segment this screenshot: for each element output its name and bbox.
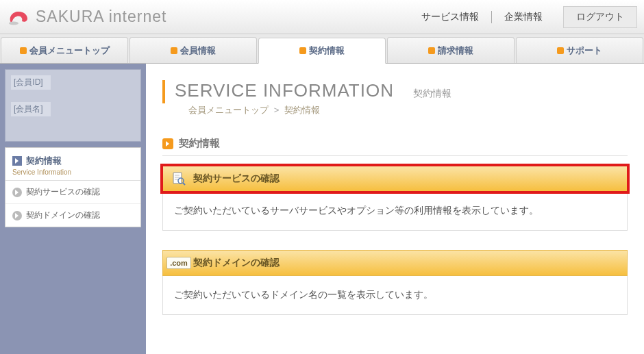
sidebar-item-label: 契約ドメインの確認 xyxy=(26,210,100,221)
breadcrumb: 会員メニュートップ > 契約情報 xyxy=(188,104,451,116)
sidebar: [会員ID] [会員名] 契約情報 Service Information 契約… xyxy=(0,64,146,354)
chevron-right-icon xyxy=(12,211,22,220)
card-header-contract-domain[interactable]: .com 契約ドメインの確認 xyxy=(162,250,628,276)
sidebar-item-contract-domain[interactable]: 契約ドメインの確認 xyxy=(5,204,140,227)
page-heading: SERVICE INFORMATION 契約情報 xyxy=(175,80,451,101)
card-body: ご契約いただいているサーバサービスやオプション等の利用情報を表示しています。 xyxy=(162,192,628,231)
tab-member-top[interactable]: 会員メニュートップ xyxy=(1,37,128,63)
member-name-label: [会員名] xyxy=(11,102,51,116)
main-tabs: 会員メニュートップ 会員情報 契約情報 請求情報 サポート xyxy=(0,34,644,64)
tab-label: 請求情報 xyxy=(438,45,473,57)
sidebar-item-label: 契約サービスの確認 xyxy=(26,186,100,198)
card-header-contract-service[interactable]: 契約サービスの確認 xyxy=(162,166,628,192)
brand-mark-icon xyxy=(7,8,30,27)
member-id-label: [会員ID] xyxy=(11,75,51,90)
sidebar-nav-header: 契約情報 Service Information xyxy=(5,148,140,181)
heading-accent-bar xyxy=(162,80,165,103)
tab-bullet-icon xyxy=(20,47,27,54)
logout-button[interactable]: ログアウト xyxy=(563,6,637,28)
chevron-right-icon xyxy=(12,188,22,197)
svg-line-6 xyxy=(183,183,185,185)
card-contract-service: 契約サービスの確認 ご契約いただいているサーバサービスやオプション等の利用情報を… xyxy=(162,166,628,231)
sidebar-item-contract-service[interactable]: 契約サービスの確認 xyxy=(5,181,140,204)
card-contract-domain: .com 契約ドメインの確認 ご契約いただいているドメイン名の一覧を表示していま… xyxy=(162,250,628,315)
card-body: ご契約いただいているドメイン名の一覧を表示しています。 xyxy=(162,276,628,315)
page-title-jp: 契約情報 xyxy=(413,88,451,100)
svg-point-0 xyxy=(9,21,18,25)
main-content: SERVICE INFORMATION 契約情報 会員メニュートップ > 契約情… xyxy=(146,64,644,354)
header-link-group: サービス情報 企業情報 xyxy=(409,11,555,23)
tab-billing-info[interactable]: 請求情報 xyxy=(387,37,515,63)
tab-bullet-icon xyxy=(299,47,306,54)
card-title: 契約サービスの確認 xyxy=(193,173,280,185)
account-box: [会員ID] [会員名] xyxy=(5,69,141,142)
section-title: 契約情報 xyxy=(179,137,220,150)
dotcom-badge-icon: .com xyxy=(171,255,186,270)
header-link-company[interactable]: 企業情報 xyxy=(492,11,555,23)
brand-logo[interactable]: SAKURA internet xyxy=(7,8,166,27)
arrow-right-icon xyxy=(162,138,173,149)
tab-label: サポート xyxy=(567,45,602,57)
breadcrumb-separator: > xyxy=(274,105,280,115)
card-title: 契約ドメインの確認 xyxy=(193,257,280,269)
page-title-en: SERVICE INFORMATION xyxy=(175,80,394,101)
section-contract: 契約情報 xyxy=(162,137,628,315)
document-search-icon xyxy=(171,171,186,186)
tab-bullet-icon xyxy=(428,47,435,54)
breadcrumb-current: 契約情報 xyxy=(284,105,320,115)
sidebar-nav: 契約情報 Service Information 契約サービスの確認 契約ドメイ… xyxy=(5,147,141,227)
sidebar-nav-subtitle: Service Information xyxy=(12,168,134,176)
tab-label: 契約情報 xyxy=(309,45,345,57)
tab-bullet-icon xyxy=(171,47,177,54)
global-header: SAKURA internet サービス情報 企業情報 ログアウト xyxy=(0,0,644,34)
header-link-service[interactable]: サービス情報 xyxy=(409,11,492,23)
body: [会員ID] [会員名] 契約情報 Service Information 契約… xyxy=(0,64,644,354)
tab-label: 会員メニュートップ xyxy=(29,45,110,57)
tab-support[interactable]: サポート xyxy=(516,37,643,63)
tab-contract-info[interactable]: 契約情報 xyxy=(258,38,386,64)
tab-bullet-icon xyxy=(557,47,564,54)
brand-text: SAKURA internet xyxy=(36,8,166,26)
breadcrumb-root[interactable]: 会員メニュートップ xyxy=(188,105,269,115)
sidebar-nav-title: 契約情報 xyxy=(26,155,62,167)
tab-label: 会員情報 xyxy=(180,45,216,57)
section-header: 契約情報 xyxy=(162,137,628,156)
arrow-right-icon xyxy=(12,156,22,166)
tab-member-info[interactable]: 会員情報 xyxy=(129,37,257,63)
